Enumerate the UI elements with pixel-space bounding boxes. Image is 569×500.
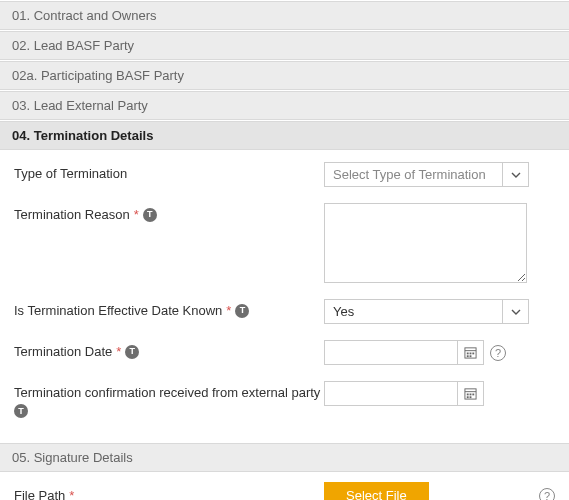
svg-rect-3 [470, 353, 472, 355]
section-signature-details[interactable]: 05. Signature Details [0, 443, 569, 472]
svg-rect-6 [470, 355, 472, 357]
help-icon[interactable]: ? [490, 345, 506, 361]
info-icon: T [143, 208, 157, 222]
confirmation-date-input[interactable] [325, 382, 457, 405]
required-marker: * [226, 303, 231, 318]
type-of-termination-value: Select Type of Termination [325, 163, 502, 186]
info-icon: T [125, 345, 139, 359]
type-of-termination-label: Type of Termination [14, 166, 127, 181]
section-contract-owners[interactable]: 01. Contract and Owners [0, 1, 569, 30]
required-marker: * [134, 207, 139, 222]
effective-date-known-label: Is Termination Effective Date Known [14, 303, 222, 318]
file-path-label: File Path [14, 488, 65, 500]
section-participating-basf-party[interactable]: 02a. Participating BASF Party [0, 61, 569, 90]
calendar-icon[interactable] [457, 382, 483, 405]
effective-date-known-value: Yes [325, 300, 502, 323]
termination-date-label: Termination Date [14, 344, 112, 359]
svg-rect-2 [467, 353, 469, 355]
section-termination-details[interactable]: 04. Termination Details [0, 121, 569, 150]
svg-rect-9 [467, 394, 469, 396]
confirmation-received-label: Termination confirmation received from e… [14, 385, 320, 400]
termination-details-body: Type of Termination Select Type of Termi… [0, 150, 569, 442]
chevron-down-icon [502, 300, 528, 323]
termination-date-input[interactable] [325, 341, 457, 364]
info-icon: T [14, 404, 28, 418]
section-lead-basf-party[interactable]: 02. Lead BASF Party [0, 31, 569, 60]
svg-rect-10 [470, 394, 472, 396]
svg-rect-4 [472, 353, 474, 355]
confirmation-date-field[interactable] [324, 381, 484, 406]
effective-date-known-select[interactable]: Yes [324, 299, 529, 324]
required-marker: * [69, 488, 74, 500]
info-icon: T [235, 304, 249, 318]
svg-rect-13 [470, 396, 472, 398]
help-icon[interactable]: ? [539, 488, 555, 501]
termination-reason-input[interactable] [324, 203, 527, 283]
termination-reason-label: Termination Reason [14, 207, 130, 222]
termination-date-field[interactable] [324, 340, 484, 365]
select-file-button[interactable]: Select File [324, 482, 429, 500]
svg-rect-5 [467, 355, 469, 357]
section-lead-external-party[interactable]: 03. Lead External Party [0, 91, 569, 120]
type-of-termination-select[interactable]: Select Type of Termination [324, 162, 529, 187]
svg-rect-11 [472, 394, 474, 396]
required-marker: * [116, 344, 121, 359]
svg-rect-12 [467, 396, 469, 398]
chevron-down-icon [502, 163, 528, 186]
calendar-icon[interactable] [457, 341, 483, 364]
